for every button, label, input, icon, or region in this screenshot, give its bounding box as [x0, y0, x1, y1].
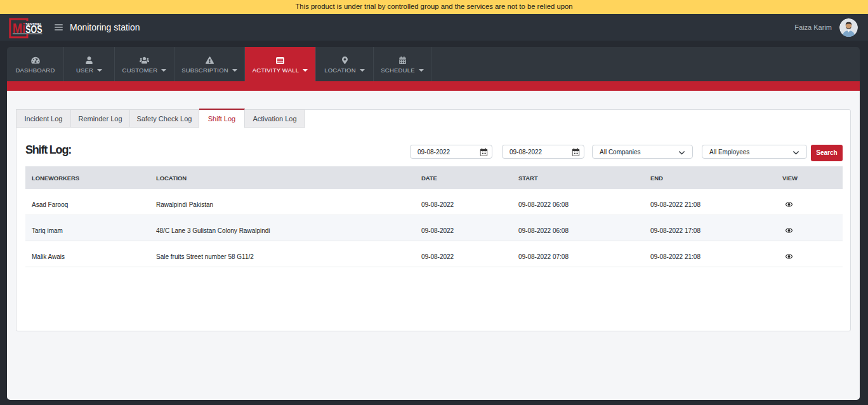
svg-text:SOS: SOS	[25, 24, 42, 35]
